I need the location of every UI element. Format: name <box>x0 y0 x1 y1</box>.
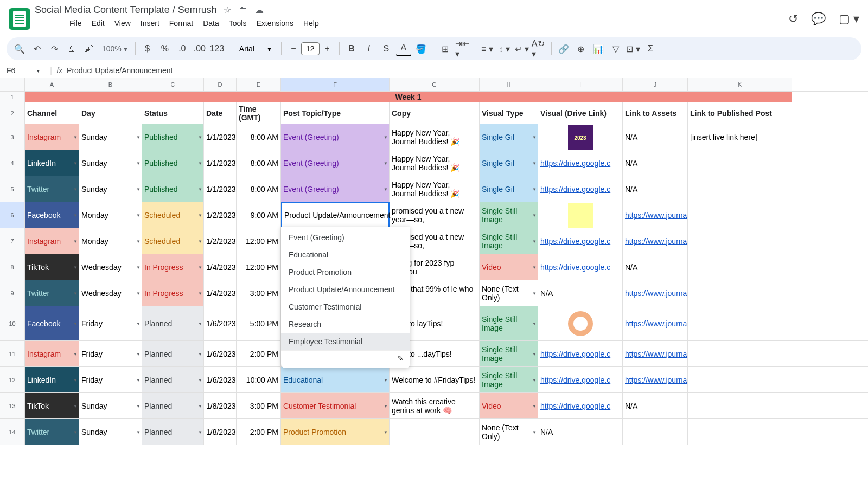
assets-cell[interactable] <box>623 419 688 445</box>
row-header-10[interactable]: 10 <box>0 306 25 340</box>
copy-cell[interactable]: Happy New Year, Journal Buddies! 🎉 <box>390 176 480 202</box>
status-cell[interactable]: Published▼ <box>142 150 204 176</box>
date-cell[interactable]: 1/2/2023 <box>204 228 237 254</box>
status-cell[interactable]: Published▼ <box>142 124 204 150</box>
dropdown-arrow-icon[interactable]: ▼ <box>198 321 202 326</box>
assets-cell[interactable]: https://www.journalingwithfrien <box>623 280 688 306</box>
visual-type-cell[interactable]: None (Text Only)▼ <box>480 419 538 445</box>
pencil-icon[interactable]: ✎ <box>397 354 404 363</box>
channel-cell[interactable]: LinkedIn▼ <box>25 150 79 176</box>
channel-cell[interactable]: Instagram▼ <box>25 341 79 366</box>
status-cell[interactable]: Planned▼ <box>142 393 204 418</box>
time-cell[interactable]: 8:00 AM <box>237 176 281 202</box>
topic-cell[interactable]: Educational▼ <box>281 367 390 392</box>
functions-icon[interactable]: Σ <box>643 41 658 56</box>
document-title[interactable]: Social Media Content Template / Semrush <box>35 4 217 16</box>
time-cell[interactable]: 2:00 PM <box>237 419 281 445</box>
assets-cell[interactable]: https://www.journalingwithfrien <box>623 367 688 392</box>
drive-cell[interactable]: https://drive.google.c <box>538 393 623 418</box>
date-cell[interactable]: 1/8/2023 <box>204 393 237 418</box>
dropdown-arrow-icon[interactable]: ▼ <box>532 212 537 217</box>
topic-cell[interactable]: Event (Greeting)▼ <box>281 124 390 150</box>
channel-cell[interactable]: TikTok▼ <box>25 254 79 280</box>
col-header-E[interactable]: E <box>237 78 281 91</box>
published-cell[interactable] <box>688 419 792 445</box>
assets-cell[interactable]: https://www.journalingwithfrien <box>623 341 688 366</box>
date-cell[interactable]: 1/4/2023 <box>204 280 237 306</box>
col-header-D[interactable]: D <box>204 78 237 91</box>
time-cell[interactable]: 10:00 AM <box>237 367 281 392</box>
filter-views-icon[interactable]: ⊡ ▾ <box>626 41 641 56</box>
published-cell[interactable]: [insert live link here] <box>688 124 792 150</box>
dropdown-arrow-icon[interactable]: ▼ <box>198 403 202 408</box>
day-cell[interactable]: Monday▼ <box>79 228 142 254</box>
increase-decimal-button[interactable]: .00 <box>192 41 207 56</box>
drive-cell[interactable]: https://drive.google.c <box>538 150 623 176</box>
status-cell[interactable]: Scheduled▼ <box>142 202 204 228</box>
dropdown-arrow-icon[interactable]: ▼ <box>532 377 537 382</box>
dropdown-arrow-icon[interactable]: ▼ <box>73 429 78 434</box>
channel-cell[interactable]: Twitter▼ <box>25 419 79 445</box>
published-cell[interactable] <box>688 393 792 418</box>
dropdown-arrow-icon[interactable]: ▼ <box>73 291 78 295</box>
drive-cell[interactable] <box>538 306 623 340</box>
topic-cell[interactable]: Customer Testimonial▼ <box>281 393 390 418</box>
comment-add-icon[interactable]: ⊕ <box>573 41 589 56</box>
time-cell[interactable]: 9:00 AM <box>237 202 281 228</box>
date-cell[interactable]: 1/4/2023 <box>204 254 237 280</box>
dropdown-arrow-icon[interactable]: ▼ <box>532 239 537 243</box>
dropdown-arrow-icon[interactable]: ▼ <box>136 377 141 382</box>
dropdown-arrow-icon[interactable]: ▼ <box>73 239 78 243</box>
dropdown-arrow-icon[interactable]: ▼ <box>198 212 202 217</box>
menu-help[interactable]: Help <box>299 17 323 30</box>
status-cell[interactable]: Published▼ <box>142 176 204 202</box>
time-cell[interactable]: 3:00 PM <box>237 280 281 306</box>
drive-cell[interactable]: https://drive.google.c <box>538 176 623 202</box>
date-cell[interactable]: 1/1/2023 <box>204 176 237 202</box>
dropdown-arrow-icon[interactable]: ▼ <box>136 403 141 408</box>
dropdown-item[interactable]: Event (Greeting) <box>281 229 410 246</box>
merge-button[interactable]: ⇥⇤ ▾ <box>455 41 470 56</box>
topic-cell[interactable]: Event (Greeting)▼ <box>281 176 390 202</box>
fill-color-button[interactable]: 🪣 <box>413 41 429 56</box>
dropdown-item[interactable]: Customer Testimonial <box>281 298 410 315</box>
decrease-font-button[interactable]: − <box>286 41 301 56</box>
row-header-12[interactable]: 12 <box>0 367 25 392</box>
dropdown-arrow-icon[interactable]: ▼ <box>136 212 141 217</box>
dropdown-arrow-icon[interactable]: ▼ <box>532 291 537 295</box>
date-cell[interactable]: 1/6/2023 <box>204 341 237 366</box>
published-cell[interactable] <box>688 306 792 340</box>
name-box[interactable]: F6▾ <box>7 66 46 75</box>
row-header-3[interactable]: 3 <box>0 124 25 150</box>
topic-cell[interactable]: Event (Greeting)▼ <box>281 150 390 176</box>
dropdown-arrow-icon[interactable]: ▼ <box>73 377 78 382</box>
status-cell[interactable]: Planned▼ <box>142 341 204 366</box>
visual-type-cell[interactable]: Single Still Image▼ <box>480 367 538 392</box>
move-icon[interactable]: 🗀 <box>239 5 247 15</box>
col-header-J[interactable]: J <box>623 78 688 91</box>
row-header-1[interactable]: 1 <box>0 92 25 102</box>
drive-cell[interactable]: N/A <box>538 419 623 445</box>
drive-cell[interactable]: https://drive.google.c <box>538 367 623 392</box>
menu-data[interactable]: Data <box>199 17 224 30</box>
drive-cell[interactable]: https://drive.google.c <box>538 254 623 280</box>
time-cell[interactable]: 8:00 AM <box>237 150 281 176</box>
format-number-button[interactable]: 123 <box>209 41 225 56</box>
assets-cell[interactable]: https://www.journalingwithfrien <box>623 202 688 228</box>
time-cell[interactable]: 12:00 PM <box>237 228 281 254</box>
assets-cell[interactable]: N/A <box>623 150 688 176</box>
channel-cell[interactable]: Facebook▼ <box>25 306 79 340</box>
time-cell[interactable]: 12:00 PM <box>237 254 281 280</box>
menu-file[interactable]: File <box>65 17 86 30</box>
dropdown-arrow-icon[interactable]: ▼ <box>198 291 202 295</box>
undo-button[interactable]: ↶ <box>29 41 44 56</box>
time-cell[interactable]: 3:00 PM <box>237 393 281 418</box>
assets-cell[interactable]: N/A <box>623 124 688 150</box>
status-cell[interactable]: In Progress▼ <box>142 254 204 280</box>
day-cell[interactable]: Friday▼ <box>79 367 142 392</box>
published-cell[interactable] <box>688 280 792 306</box>
currency-button[interactable]: $ <box>140 41 155 56</box>
font-size-input[interactable] <box>301 42 320 55</box>
search-icon[interactable]: 🔍 <box>12 41 27 56</box>
chart-icon[interactable]: 📊 <box>591 41 606 56</box>
